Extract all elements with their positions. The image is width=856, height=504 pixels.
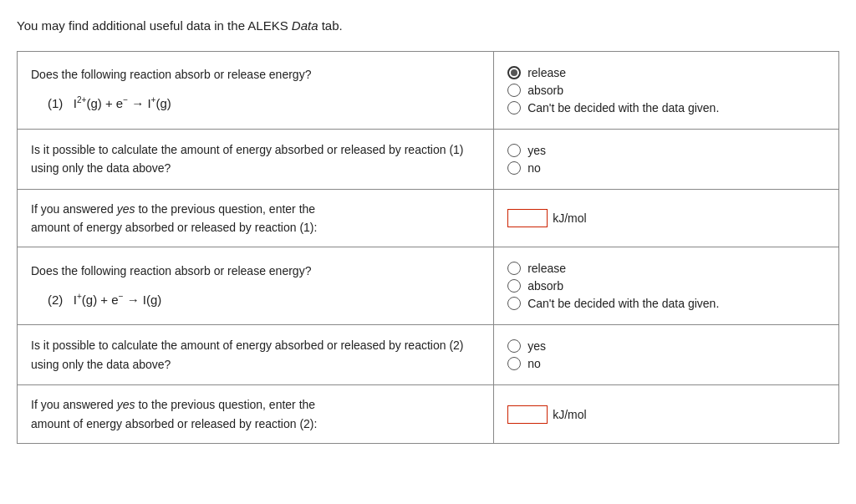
energy-input-row-1: kJ/mol <box>507 209 825 227</box>
radio-option[interactable]: no <box>507 357 825 370</box>
radio-option[interactable]: absorb <box>507 279 825 293</box>
question-cell-4: Does the following reaction absorb or re… <box>18 247 494 325</box>
question-text-3: If you answered yes to the previous ques… <box>31 200 480 237</box>
radio-circle[interactable] <box>507 66 521 79</box>
question-text-5: Is it possible to calculate the amount o… <box>31 336 480 374</box>
radio-option[interactable]: Can't be decided with the data given. <box>507 297 825 310</box>
question-cell-6: If you answered yes to the previous ques… <box>18 385 494 444</box>
question-table: Does the following reaction absorb or re… <box>17 51 839 445</box>
radio-circle[interactable] <box>507 84 521 97</box>
kj-label-2: kJ/mol <box>553 408 586 421</box>
radio-circle[interactable] <box>507 101 521 115</box>
answer-cell-5: yes no <box>494 325 839 385</box>
radio-label: no <box>527 357 541 370</box>
question-text-4: Does the following reaction absorb or re… <box>31 262 480 280</box>
answer-cell-4: release absorb Can't be decided with the… <box>494 247 839 325</box>
energy-input-1[interactable] <box>507 209 548 227</box>
formula-2: (2) I+(g) + e− → I(g) <box>48 288 480 311</box>
energy-input-2[interactable] <box>507 405 548 424</box>
radio-label: yes <box>527 339 546 353</box>
question-cell-1: Does the following reaction absorb or re… <box>18 51 494 129</box>
question-text-6: If you answered yes to the previous ques… <box>31 395 480 433</box>
kj-label-1: kJ/mol <box>553 211 586 225</box>
table-row: If you answered yes to the previous ques… <box>18 189 839 247</box>
radio-label: absorb <box>527 279 563 293</box>
table-row: Does the following reaction absorb or re… <box>18 51 839 129</box>
answer-cell-2: yes no <box>494 129 839 189</box>
answer-cell-3: kJ/mol <box>494 189 839 247</box>
radio-label: Can't be decided with the data given. <box>527 101 719 115</box>
radio-label: absorb <box>527 84 563 97</box>
intro-text: You may find additional useful data in t… <box>17 17 839 36</box>
question-cell-5: Is it possible to calculate the amount o… <box>18 325 494 385</box>
radio-circle[interactable] <box>507 339 521 353</box>
radio-label: release <box>527 66 566 79</box>
radio-label: Can't be decided with the data given. <box>527 297 719 310</box>
radio-option[interactable]: Can't be decided with the data given. <box>507 101 825 115</box>
radio-option[interactable]: release <box>507 262 825 275</box>
radio-option[interactable]: yes <box>507 144 825 157</box>
table-row: Is it possible to calculate the amount o… <box>18 325 839 385</box>
radio-circle[interactable] <box>507 161 521 175</box>
question-text-1: Does the following reaction absorb or re… <box>31 65 480 84</box>
radio-label: yes <box>527 144 546 157</box>
radio-circle[interactable] <box>507 297 521 310</box>
radio-circle[interactable] <box>507 279 521 293</box>
answer-cell-6: kJ/mol <box>494 385 839 444</box>
radio-circle[interactable] <box>507 262 521 275</box>
radio-label: no <box>527 161 541 175</box>
question-cell-3: If you answered yes to the previous ques… <box>18 189 494 247</box>
energy-input-row-2: kJ/mol <box>507 405 825 424</box>
formula-label-1: (1) <box>48 96 70 110</box>
answer-cell-1: release absorb Can't be decided with the… <box>494 51 839 129</box>
question-cell-2: Is it possible to calculate the amount o… <box>18 129 494 189</box>
table-row: Is it possible to calculate the amount o… <box>18 129 839 189</box>
formula-1: (1) I2+(g) + e− → I+(g) <box>48 92 480 115</box>
radio-option[interactable]: no <box>507 161 825 175</box>
table-row: If you answered yes to the previous ques… <box>18 385 839 444</box>
formula-content-1: I2+(g) + e− → I+(g) <box>74 96 171 110</box>
radio-option[interactable]: yes <box>507 339 825 353</box>
radio-option[interactable]: absorb <box>507 84 825 97</box>
radio-circle[interactable] <box>507 144 521 157</box>
formula-content-2: I+(g) + e− → I(g) <box>74 293 161 307</box>
question-text-2: Is it possible to calculate the amount o… <box>31 140 480 178</box>
radio-option[interactable]: release <box>507 66 825 79</box>
table-row: Does the following reaction absorb or re… <box>18 247 839 325</box>
formula-label-2: (2) <box>48 293 70 307</box>
radio-label: release <box>527 262 566 275</box>
radio-circle[interactable] <box>507 357 521 370</box>
